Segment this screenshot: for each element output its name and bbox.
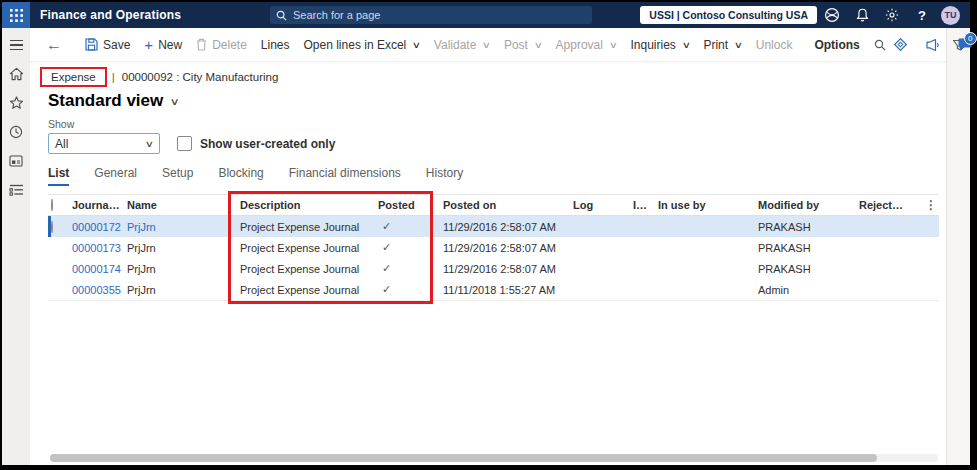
journal-link[interactable]: 00000355: [72, 284, 127, 296]
tab-setup[interactable]: Setup: [162, 166, 193, 186]
chat-bubble-icon[interactable]: 0: [957, 37, 973, 52]
settings-gear-icon[interactable]: [877, 2, 907, 28]
toolbar-search-button[interactable]: [867, 39, 893, 51]
lines-button[interactable]: Lines: [254, 38, 297, 52]
tab-general[interactable]: General: [94, 166, 137, 186]
column-posted[interactable]: Posted: [378, 199, 443, 211]
workspaces-icon[interactable]: [6, 152, 26, 170]
page-search-input[interactable]: [293, 9, 586, 21]
grid-settings-icon[interactable]: ⋮: [915, 198, 939, 212]
show-user-created-label: Show user-created only: [200, 137, 335, 151]
page-title: Standard view: [48, 91, 163, 111]
show-filter-label: Show: [48, 118, 946, 130]
filter-pane-strip: [946, 28, 970, 465]
modules-icon[interactable]: [6, 181, 26, 199]
posted-check-icon: ✓: [378, 241, 443, 254]
hamburger-menu-icon[interactable]: [6, 36, 26, 54]
journal-description: Project Expense Journal: [240, 284, 378, 296]
user-avatar[interactable]: TU: [941, 6, 960, 25]
table-row[interactable]: 00000174 PrjJrn Project Expense Journal …: [48, 258, 939, 279]
posted-on: 11/29/2016 2:58:07 AM: [443, 242, 573, 254]
app-title: Finance and Operations: [40, 8, 181, 22]
back-button[interactable]: ←: [44, 37, 70, 53]
column-rejected-by[interactable]: Rejected by: [859, 199, 915, 211]
save-button[interactable]: Save: [78, 38, 137, 52]
column-log[interactable]: Log: [573, 199, 633, 211]
waffle-grid-icon: [10, 9, 23, 22]
unlock-button[interactable]: Unlock: [749, 38, 800, 52]
column-modified-by[interactable]: Modified by: [758, 199, 859, 211]
save-floppy-icon: [85, 38, 98, 51]
tab-history[interactable]: History: [426, 166, 463, 186]
chevron-down-icon: ∨: [170, 96, 180, 107]
journal-grid: Journal ba...↑ Name Description Posted P…: [48, 194, 939, 301]
topbar-right-cluster: USSI | Contoso Consulting USA: [640, 2, 970, 28]
tab-financial-dimensions[interactable]: Financial dimensions: [289, 166, 401, 186]
column-description[interactable]: Description: [240, 199, 378, 211]
inquiries-button[interactable]: Inquiries ∨: [624, 38, 697, 52]
new-button[interactable]: + New: [137, 37, 189, 52]
megaphone-icon[interactable]: [925, 38, 940, 52]
favorites-star-icon[interactable]: [6, 94, 26, 112]
table-row[interactable]: 00000172 PrjJrn Project Expense Journal …: [48, 216, 939, 237]
column-journal[interactable]: Journal ba...↑: [72, 199, 127, 211]
home-icon[interactable]: [6, 65, 26, 83]
posted-check-icon: ✓: [378, 262, 443, 275]
page-search-box[interactable]: [270, 6, 592, 24]
app-launcher-waffle-icon[interactable]: [2, 2, 30, 28]
post-button[interactable]: Post ∨: [497, 38, 549, 52]
column-posted-on[interactable]: Posted on: [443, 199, 573, 211]
chevron-down-icon: ∨: [412, 40, 421, 50]
journal-name[interactable]: PrjJrn: [127, 221, 240, 233]
left-navigation-rail: [2, 28, 30, 465]
screenshot-frame: Finance and Operations USSI | Contoso Co…: [0, 0, 977, 470]
tab-blocking[interactable]: Blocking: [218, 166, 263, 186]
column-in-use-by[interactable]: In use by: [658, 199, 758, 211]
chevron-down-icon: ∨: [534, 40, 543, 50]
company-selector-badge[interactable]: USSI | Contoso Consulting USA: [640, 6, 817, 24]
show-filter-value: All: [55, 137, 68, 151]
options-button[interactable]: Options: [807, 38, 866, 52]
chevron-down-icon: ∨: [734, 40, 743, 50]
validate-button[interactable]: Validate ∨: [427, 38, 497, 52]
column-name[interactable]: Name: [127, 199, 240, 211]
open-lines-in-excel-button[interactable]: Open lines in Excel ∨: [297, 38, 427, 52]
chevron-down-icon: ∨: [682, 40, 691, 50]
journal-name: PrjJrn: [127, 263, 240, 275]
grid-header-row: Journal ba...↑ Name Description Posted P…: [48, 194, 939, 216]
show-user-created-checkbox[interactable]: [177, 136, 192, 151]
delete-button[interactable]: Delete: [189, 38, 254, 52]
toolbar-right-icons: 0: [893, 37, 977, 52]
select-all-radio[interactable]: [51, 199, 53, 211]
table-row[interactable]: 00000355 PrjJrn Project Expense Journal …: [48, 279, 939, 300]
diamond-icon[interactable]: [893, 37, 908, 52]
globe-icon[interactable]: [817, 2, 847, 28]
notifications-bell-icon[interactable]: [847, 2, 877, 28]
app-window: Finance and Operations USSI | Contoso Co…: [2, 2, 970, 465]
view-title-dropdown[interactable]: Standard view ∨: [48, 91, 946, 111]
breadcrumb-expense-link[interactable]: Expense: [40, 67, 107, 87]
recent-clock-icon[interactable]: [6, 123, 26, 141]
help-icon[interactable]: ?: [907, 2, 937, 28]
column-in-truncated[interactable]: In ...: [633, 199, 658, 211]
print-button[interactable]: Print ∨: [696, 38, 748, 52]
horizontal-scrollbar-track[interactable]: [50, 454, 938, 462]
journal-name: PrjJrn: [127, 242, 240, 254]
approval-button[interactable]: Approval ∨: [549, 38, 624, 52]
modified-by: PRAKASH: [758, 242, 859, 254]
journal-link[interactable]: 00000172: [72, 221, 127, 233]
journal-link[interactable]: 00000174: [72, 263, 127, 275]
chevron-down-icon: ∨: [482, 40, 491, 50]
search-icon: [874, 39, 886, 51]
table-row[interactable]: 00000173 PrjJrn Project Expense Journal …: [48, 237, 939, 258]
show-filter-select[interactable]: All ∨: [48, 133, 160, 154]
modified-by: PRAKASH: [758, 263, 859, 275]
trash-icon: [196, 38, 207, 51]
tab-list[interactable]: List: [48, 166, 69, 186]
breadcrumb-record: 00000092 : City Manufacturing: [122, 71, 279, 83]
posted-on: 11/29/2016 2:58:07 AM: [443, 221, 573, 233]
horizontal-scrollbar-thumb[interactable]: [50, 454, 877, 462]
posted-on: 11/11/2018 1:55:27 AM: [443, 284, 573, 296]
journal-link[interactable]: 00000173: [72, 242, 127, 254]
row-select-radio[interactable]: [51, 221, 53, 233]
